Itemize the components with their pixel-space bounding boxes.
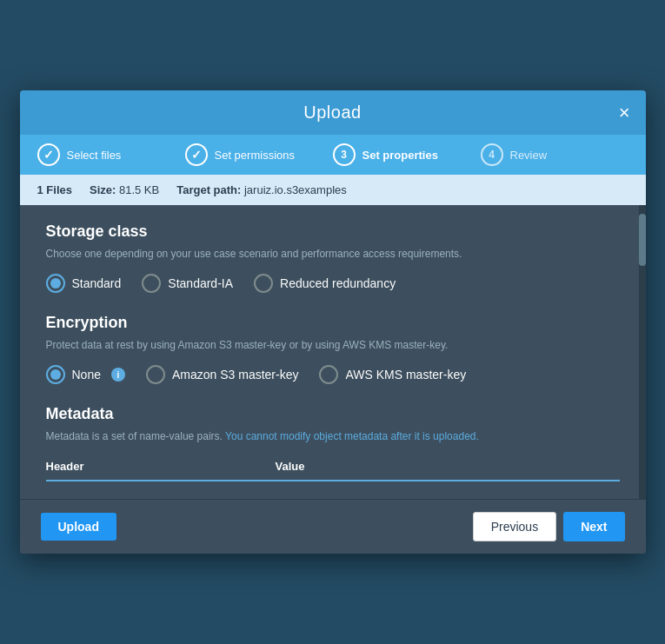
metadata-title: Metadata bbox=[46, 405, 620, 423]
encryption-title: Encryption bbox=[46, 314, 620, 332]
radio-s3-key-circle bbox=[146, 365, 165, 384]
step-4-label: Review bbox=[510, 149, 548, 162]
step-2-label: Set permissions bbox=[215, 149, 295, 162]
metadata-table: Header Value bbox=[46, 456, 620, 481]
header-col: Header bbox=[46, 456, 276, 481]
metadata-section: Metadata Metadata is a set of name-value… bbox=[46, 405, 620, 481]
modal-body: Storage class Choose one depending on yo… bbox=[20, 205, 646, 499]
radio-kms-key-label: AWS KMS master-key bbox=[345, 368, 466, 382]
radio-standard-circle bbox=[46, 274, 65, 293]
upload-modal: Upload × ✓ Select files ✓ Set permission… bbox=[20, 90, 646, 554]
modal-header: Upload × bbox=[20, 90, 646, 135]
step-4-icon: 4 bbox=[481, 143, 503, 166]
file-size: Size: 81.5 KB bbox=[90, 183, 159, 196]
scrollbar-track[interactable] bbox=[639, 205, 646, 499]
storage-class-options: Standard Standard-IA Reduced redundancy bbox=[46, 274, 620, 293]
previous-button[interactable]: Previous bbox=[473, 512, 556, 541]
value-col: Value bbox=[276, 456, 620, 481]
footer-nav: Previous Next bbox=[473, 512, 625, 541]
scrollbar-thumb[interactable] bbox=[639, 214, 646, 266]
radio-reduced-circle bbox=[254, 274, 273, 293]
step-1-label: Select files bbox=[67, 149, 122, 162]
step-1-icon: ✓ bbox=[37, 143, 60, 166]
next-button[interactable]: Next bbox=[563, 512, 624, 541]
modal-body-wrapper: Storage class Choose one depending on yo… bbox=[20, 205, 646, 499]
radio-standard-ia-label: Standard-IA bbox=[168, 276, 233, 290]
radio-none[interactable]: None i bbox=[46, 365, 125, 384]
radio-none-circle bbox=[46, 365, 65, 384]
encryption-options: None i Amazon S3 master-key AWS KMS mast… bbox=[46, 365, 620, 384]
radio-kms-key-circle bbox=[319, 365, 338, 384]
info-bar: 1 Files Size: 81.5 KB Target path: jarui… bbox=[20, 175, 646, 205]
metadata-desc: Metadata is a set of name-value pairs. Y… bbox=[46, 428, 620, 444]
close-button[interactable]: × bbox=[619, 103, 630, 123]
radio-reduced-redundancy[interactable]: Reduced redundancy bbox=[254, 274, 396, 293]
storage-class-title: Storage class bbox=[46, 222, 620, 241]
storage-class-section: Storage class Choose one depending on yo… bbox=[46, 222, 620, 293]
radio-s3-key[interactable]: Amazon S3 master-key bbox=[146, 365, 299, 384]
radio-standard-label: Standard bbox=[72, 276, 122, 290]
radio-standard-ia-circle bbox=[142, 274, 161, 293]
radio-standard-ia[interactable]: Standard-IA bbox=[142, 274, 233, 293]
steps-bar: ✓ Select files ✓ Set permissions 3 Set p… bbox=[20, 135, 646, 175]
info-icon[interactable]: i bbox=[111, 368, 125, 382]
step-set-permissions: ✓ Set permissions bbox=[185, 143, 333, 166]
step-review: 4 Review bbox=[481, 143, 628, 166]
step-3-label: Set properties bbox=[362, 149, 438, 162]
encryption-desc: Protect data at rest by using Amazon S3 … bbox=[46, 337, 620, 353]
radio-kms-key[interactable]: AWS KMS master-key bbox=[319, 365, 466, 384]
step-2-icon: ✓ bbox=[185, 143, 208, 166]
modal-footer: Upload Previous Next bbox=[20, 499, 646, 554]
step-select-files: ✓ Select files bbox=[37, 143, 185, 166]
radio-standard[interactable]: Standard bbox=[46, 274, 122, 293]
files-count: 1 Files bbox=[37, 183, 72, 196]
radio-s3-key-label: Amazon S3 master-key bbox=[172, 368, 299, 382]
radio-none-label: None bbox=[72, 368, 101, 382]
target-path: Target path: jaruiz.io.s3examples bbox=[176, 183, 347, 196]
storage-class-desc: Choose one depending on your use case sc… bbox=[46, 246, 620, 262]
step-set-properties: 3 Set properties bbox=[333, 143, 481, 166]
step-3-icon: 3 bbox=[333, 143, 356, 166]
encryption-section: Encryption Protect data at rest by using… bbox=[46, 314, 620, 384]
upload-button[interactable]: Upload bbox=[41, 513, 116, 541]
modal-title: Upload bbox=[303, 103, 361, 123]
radio-reduced-label: Reduced redundancy bbox=[280, 276, 396, 290]
